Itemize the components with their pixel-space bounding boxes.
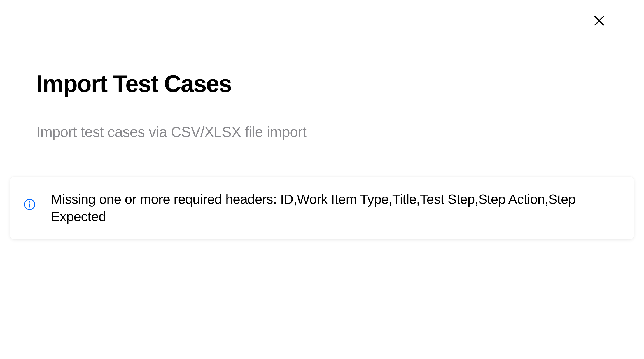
dialog-title: Import Test Cases <box>36 71 608 97</box>
svg-rect-4 <box>29 203 30 207</box>
close-icon <box>593 14 606 28</box>
svg-point-3 <box>29 201 31 202</box>
alert-card: Missing one or more required headers: ID… <box>10 177 634 240</box>
info-icon <box>24 199 36 210</box>
alert-message: Missing one or more required headers: ID… <box>51 191 615 226</box>
dialog-content: Import Test Cases Import test cases via … <box>0 0 644 239</box>
dialog-subtitle: Import test cases via CSV/XLSX file impo… <box>36 123 608 140</box>
close-button[interactable] <box>591 13 608 29</box>
